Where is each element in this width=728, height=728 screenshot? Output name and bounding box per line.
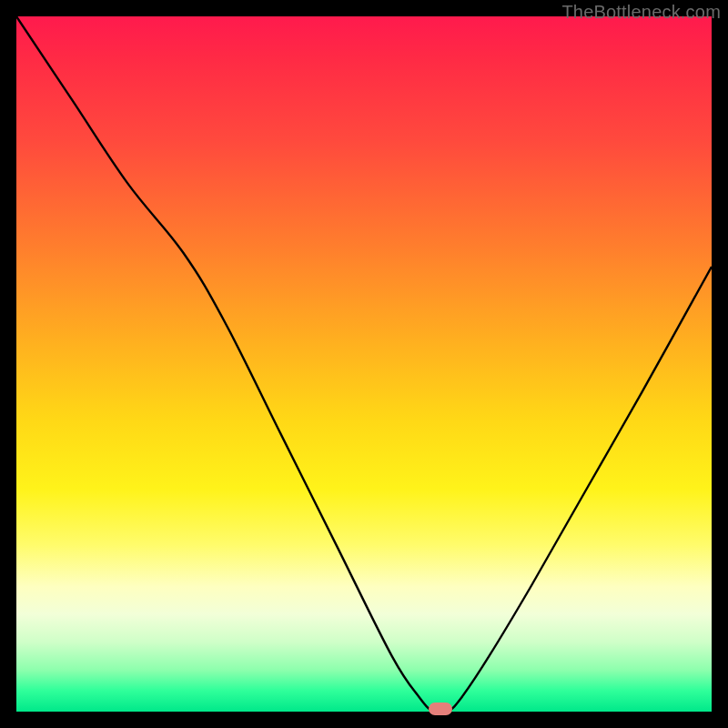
plot-area (16, 16, 712, 712)
curve-path (16, 16, 712, 712)
optimal-marker (429, 703, 452, 715)
chart-frame: TheBottleneck.com (0, 0, 728, 728)
credit-text: TheBottleneck.com (561, 2, 721, 23)
bottleneck-curve (16, 16, 712, 712)
